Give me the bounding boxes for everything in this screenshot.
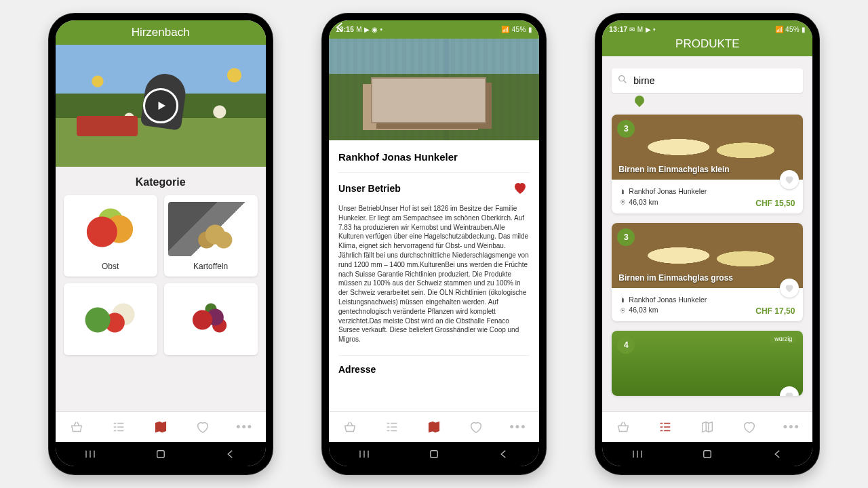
- nav-basket-icon[interactable]: [614, 418, 632, 436]
- product-image: 3 Birnen im Einmachglas klein: [612, 115, 803, 180]
- status-bar: 13:17 ✉ M ▶ • 📶 45% ▮: [602, 24, 812, 36]
- nav-more-icon[interactable]: •••: [783, 418, 800, 436]
- product-badge: 3: [617, 120, 635, 138]
- back-button[interactable]: [334, 21, 347, 33]
- bottom-nav: •••: [56, 411, 266, 442]
- product-farm: Rankhof Jonas Hunkeler: [620, 295, 707, 306]
- back-icon[interactable]: [223, 447, 238, 462]
- category-image: [168, 202, 254, 256]
- nav-list-icon[interactable]: [383, 418, 401, 436]
- search-icon: [617, 74, 632, 87]
- product-image: 3 Birnen im Einmachglas gross: [612, 223, 803, 288]
- svg-rect-0: [157, 451, 164, 458]
- home-icon[interactable]: [700, 447, 715, 462]
- bottom-nav: •••: [329, 411, 539, 442]
- favorite-toggle[interactable]: [780, 386, 799, 396]
- section-heading: Unser Betrieb: [338, 183, 401, 194]
- product-card[interactable]: 3 Birnen im Einmachglas klein Rankhof Jo…: [612, 115, 803, 214]
- nav-list-icon[interactable]: [110, 418, 127, 436]
- address-heading: Adresse: [338, 355, 530, 375]
- home-icon[interactable]: [153, 447, 168, 462]
- product-card[interactable]: 3 Birnen im Einmachglas gross Rankhof Jo…: [612, 223, 803, 322]
- phone-frame-1: Hirzenbach Kategorie Obst Kartoffeln •••: [49, 14, 273, 474]
- farm-description: Unser BetriebUnser Hof ist seit 1826 im …: [338, 204, 530, 344]
- category-card[interactable]: Kartoffeln: [164, 195, 258, 277]
- page-title: PRODUKTE: [602, 37, 812, 51]
- nav-map-icon[interactable]: [152, 418, 170, 436]
- android-nav: [329, 442, 539, 466]
- phone-frame-2: 13:15 M ▶ ◉ • 📶 45% ▮ Rankhof Jonas Hunk…: [322, 14, 546, 474]
- product-tag: würzig: [770, 335, 796, 343]
- product-card[interactable]: 4 würzig: [612, 331, 803, 396]
- category-image: [68, 202, 153, 256]
- android-nav: [56, 442, 266, 466]
- search-field[interactable]: [612, 68, 803, 93]
- app-header: 13:17 ✉ M ▶ • 📶 45% ▮ PRODUKTE: [602, 20, 812, 56]
- nav-map-icon[interactable]: [425, 418, 443, 436]
- android-nav: [602, 442, 812, 466]
- phone-frame-3: 13:17 ✉ M ▶ • 📶 45% ▮ PRODUKTE 3 Birnen …: [595, 14, 819, 474]
- nav-list-icon[interactable]: [656, 418, 674, 436]
- svg-point-4: [623, 309, 624, 310]
- product-farm: Rankhof Jonas Hunkeler: [620, 186, 707, 197]
- product-price: CHF 15,50: [755, 199, 795, 208]
- nav-basket-icon[interactable]: [68, 418, 85, 436]
- favorite-toggle[interactable]: [780, 279, 799, 298]
- section-heading: Kategorie: [56, 176, 266, 188]
- nav-heart-icon[interactable]: [741, 418, 758, 436]
- hero-video[interactable]: [56, 45, 266, 167]
- product-image: 4 würzig: [612, 331, 803, 396]
- category-card[interactable]: [164, 283, 258, 355]
- product-name: Birnen im Einmachglas klein: [618, 165, 729, 174]
- svg-rect-1: [431, 451, 438, 458]
- play-icon[interactable]: [143, 88, 178, 123]
- nav-heart-icon[interactable]: [467, 418, 485, 436]
- back-icon[interactable]: [770, 447, 785, 462]
- recent-apps-icon[interactable]: [357, 447, 372, 462]
- recent-apps-icon[interactable]: [630, 447, 645, 462]
- product-name: Birnen im Einmachglas gross: [618, 273, 733, 283]
- nav-map-icon[interactable]: [698, 418, 716, 436]
- product-price: CHF 17,50: [755, 306, 795, 316]
- favorite-button[interactable]: [512, 180, 530, 197]
- svg-rect-5: [704, 451, 711, 458]
- category-card[interactable]: [64, 283, 157, 355]
- product-distance: 46,03 km: [620, 197, 707, 208]
- bottom-nav: •••: [602, 411, 812, 442]
- nav-heart-icon[interactable]: [194, 418, 212, 436]
- status-bar: 13:15 M ▶ ◉ • 📶 45% ▮: [329, 24, 539, 36]
- category-image: [68, 290, 153, 344]
- product-badge: 4: [617, 336, 635, 354]
- nav-basket-icon[interactable]: [341, 418, 359, 436]
- svg-point-3: [623, 201, 624, 203]
- search-marker-icon: [633, 94, 646, 107]
- app-header: 13:15 M ▶ ◉ • 📶 45% ▮: [329, 20, 539, 39]
- nav-more-icon[interactable]: •••: [236, 418, 254, 436]
- recent-apps-icon[interactable]: [83, 447, 98, 462]
- product-distance: 46,03 km: [620, 305, 707, 316]
- farm-aerial-image: [329, 39, 539, 140]
- farm-title: Rankhof Jonas Hunkeler: [338, 151, 530, 163]
- page-title: Hirzenbach: [56, 26, 266, 39]
- category-image: [168, 290, 254, 344]
- category-label: Kartoffeln: [193, 262, 228, 271]
- home-icon[interactable]: [427, 447, 441, 462]
- nav-more-icon[interactable]: •••: [509, 418, 527, 436]
- app-header: Hirzenbach: [56, 20, 266, 45]
- search-input[interactable]: [632, 75, 797, 87]
- category-label: Obst: [102, 262, 119, 271]
- product-badge: 3: [617, 228, 635, 246]
- svg-point-2: [619, 76, 625, 81]
- category-card[interactable]: Obst: [64, 195, 157, 277]
- back-icon[interactable]: [496, 447, 511, 462]
